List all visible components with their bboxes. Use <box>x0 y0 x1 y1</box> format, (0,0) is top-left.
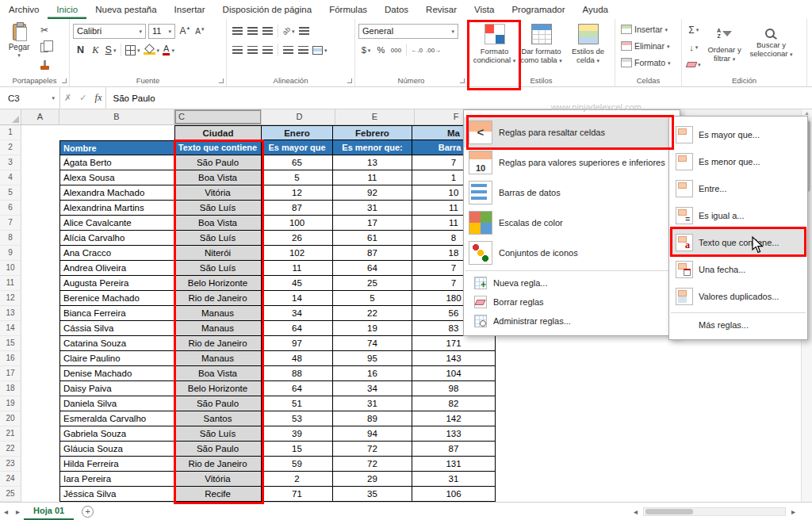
cell-E24[interactable]: 29 <box>333 472 412 487</box>
row-header-5[interactable]: 5 <box>0 185 21 201</box>
cell-E20[interactable]: 89 <box>333 411 412 426</box>
cell-D20[interactable]: 53 <box>262 411 333 426</box>
cell-E22[interactable]: 72 <box>333 442 412 457</box>
cell-F17[interactable]: 104 <box>412 366 496 381</box>
row-header-22[interactable]: 22 <box>0 442 21 457</box>
submenu-item-entre[interactable]: Entre... <box>669 175 807 202</box>
bold-button[interactable]: N <box>73 42 88 59</box>
cell-C2[interactable]: Texto que contiene <box>174 140 262 155</box>
underline-button[interactable]: S▾ <box>103 42 118 59</box>
cell-A8[interactable] <box>21 231 59 246</box>
find-select-button[interactable]: Buscar yseleccionar ▾ <box>747 21 796 74</box>
ribbon-tab-revisar[interactable]: Revisar <box>417 0 465 19</box>
format-as-table-button[interactable]: Dar formatocomo tabla ▾ <box>518 21 565 74</box>
cell-D1[interactable]: Enero <box>262 125 333 140</box>
cell-B9[interactable]: Ana Cracco <box>59 246 174 261</box>
sheet-nav-left-icon[interactable]: ◂ <box>0 507 12 516</box>
column-header-E[interactable]: E <box>335 109 415 124</box>
submenu-item-es-mayor-que[interactable]: Es mayor que... <box>669 121 807 148</box>
sort-filter-button[interactable]: AZ Ordenar yfiltrar ▾ <box>703 21 747 74</box>
cell-A22[interactable] <box>21 442 59 457</box>
ribbon-tab-archivo[interactable]: Archivo <box>0 0 48 19</box>
cell-A2[interactable] <box>21 140 59 155</box>
cell-D8[interactable]: 26 <box>262 231 333 246</box>
cell-D15[interactable]: 97 <box>262 336 333 351</box>
cell-B2[interactable]: Nombre <box>59 140 174 155</box>
cell-B4[interactable]: Alexa Sousa <box>59 170 174 185</box>
cell-E8[interactable]: 61 <box>333 231 412 246</box>
cell-A11[interactable] <box>21 276 59 291</box>
cell-A15[interactable] <box>21 336 59 351</box>
row-header-23[interactable]: 23 <box>0 457 21 472</box>
cell-D2[interactable]: Es mayor que <box>262 140 333 155</box>
sheet-nav-right-icon[interactable]: ▸ <box>12 507 24 516</box>
alignment-dialog-launcher-icon[interactable] <box>347 78 352 83</box>
orientation-button[interactable]: ▾ <box>281 23 297 40</box>
cell-E13[interactable]: 22 <box>333 306 412 321</box>
cell-A21[interactable] <box>21 426 59 442</box>
menu-item-reglas-para-valores-superiores-e-inferiores[interactable]: Reglas para valores superiores e inferio… <box>464 147 680 178</box>
cell-C4[interactable]: Boa Vista <box>174 170 262 185</box>
cell-E19[interactable]: 31 <box>333 396 412 411</box>
cell-E6[interactable]: 31 <box>333 201 412 216</box>
cell-A1[interactable] <box>21 125 59 140</box>
row-header-17[interactable]: 17 <box>0 366 21 381</box>
cell-C22[interactable]: São Paulo <box>174 442 262 457</box>
row-header-13[interactable]: 13 <box>0 306 21 321</box>
row-header-10[interactable]: 10 <box>0 261 21 276</box>
cell-C23[interactable]: Rio de Janeiro <box>174 457 262 472</box>
row-header-8[interactable]: 8 <box>0 231 21 246</box>
ribbon-tab-programador[interactable]: Programador <box>503 0 573 19</box>
cell-C5[interactable]: Vitória <box>174 185 262 201</box>
cell-A14[interactable] <box>21 321 59 336</box>
cell-E15[interactable]: 74 <box>333 336 412 351</box>
align-center-button[interactable] <box>245 42 260 59</box>
cell-B21[interactable]: Gabriela Souza <box>59 426 174 442</box>
ribbon-tab-datos[interactable]: Datos <box>376 0 417 19</box>
fill-button[interactable]: ↓▾ <box>685 39 703 55</box>
cell-B6[interactable]: Alexandrina Martins <box>59 201 174 216</box>
number-dialog-launcher-icon[interactable] <box>460 78 465 83</box>
cell-F25[interactable]: 106 <box>412 487 496 502</box>
cell-D21[interactable]: 39 <box>262 426 333 442</box>
cell-C7[interactable]: Boa Vista <box>174 216 262 231</box>
cell-E17[interactable]: 16 <box>333 366 412 381</box>
scroll-left-icon[interactable]: ◂ <box>630 507 642 516</box>
cell-D22[interactable]: 15 <box>262 442 333 457</box>
clear-button[interactable]: ▾ <box>685 56 703 73</box>
align-top-button[interactable] <box>230 23 245 40</box>
cell-D19[interactable]: 51 <box>262 396 333 411</box>
cell-B12[interactable]: Berenice Machado <box>59 291 174 306</box>
cell-A10[interactable] <box>21 261 59 276</box>
cell-D16[interactable]: 48 <box>262 351 333 366</box>
cell-D11[interactable]: 45 <box>262 276 333 291</box>
cell-C16[interactable]: Manaus <box>174 351 262 366</box>
submenu-item-valores-duplicados[interactable]: Valores duplicados... <box>669 283 807 310</box>
cell-B10[interactable]: Andrea Oliveira <box>59 261 174 276</box>
increase-font-size-button[interactable]: A▲ <box>178 23 193 40</box>
font-size-select[interactable]: 11▾ <box>148 24 175 39</box>
cell-D18[interactable]: 64 <box>262 381 333 396</box>
ribbon-tab-disposicion-de-pagina[interactable]: Disposición de página <box>214 0 321 19</box>
insert-cells-button[interactable]: Insertar▾ <box>619 21 678 37</box>
cell-A20[interactable] <box>21 411 59 426</box>
ribbon-tab-nueva-pestana[interactable]: Nueva pestaña <box>86 0 165 19</box>
conditional-formatting-button[interactable]: Formatocondicional ▾ <box>471 21 518 74</box>
submenu-item-una-fecha[interactable]: Una fecha... <box>669 256 807 283</box>
scroll-right-icon[interactable]: ▸ <box>787 507 799 516</box>
ribbon-tab-insertar[interactable]: Insertar <box>166 0 214 19</box>
clipboard-dialog-launcher-icon[interactable] <box>62 78 67 83</box>
decrease-decimal-button[interactable]: .00→ <box>424 42 442 59</box>
cell-D6[interactable]: 87 <box>262 201 333 216</box>
row-header-12[interactable]: 12 <box>0 291 21 306</box>
ribbon-tab-vista[interactable]: Vista <box>465 0 503 19</box>
cell-A16[interactable] <box>21 351 59 366</box>
menu-item-borrar-reglas[interactable]: Borrar reglas▸ <box>464 292 680 312</box>
cell-E11[interactable]: 25 <box>333 276 412 291</box>
cell-C18[interactable]: Belo Horizonte <box>174 381 262 396</box>
name-box[interactable]: C3▾ <box>0 87 60 109</box>
copy-button[interactable] <box>36 39 52 55</box>
column-header-A[interactable]: A <box>21 109 59 124</box>
cell-E16[interactable]: 95 <box>333 351 412 366</box>
cell-C3[interactable]: São Paulo <box>174 155 262 170</box>
